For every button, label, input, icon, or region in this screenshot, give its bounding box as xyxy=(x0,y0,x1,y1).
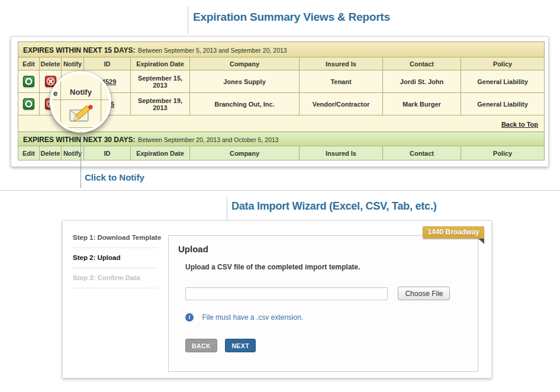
column-header-row-30: Edit Delete Notify ID Expiration Date Co… xyxy=(18,146,545,160)
magnified-row-border xyxy=(52,99,109,100)
title-connector-line xyxy=(188,6,188,34)
wizard-step-3-confirm-data: Step 3: Confirm Data xyxy=(72,268,158,288)
cell-company: Jones Supply xyxy=(190,70,300,93)
column-header-notify: Notify xyxy=(62,57,84,70)
badge-ribbon-fold xyxy=(478,239,484,244)
back-to-top-link[interactable]: Back to Top xyxy=(501,121,538,128)
upload-panel: Upload Upload a CSV file of the complete… xyxy=(168,235,478,372)
column-header-company: Company xyxy=(190,57,300,70)
cell-company: Branching Out, Inc. xyxy=(190,93,300,115)
section-divider xyxy=(0,190,560,191)
info-icon: i xyxy=(185,313,194,322)
wizard-step-1-download-template[interactable]: Step 1: Download Template xyxy=(72,228,158,248)
cell-policy: General Liability xyxy=(461,93,545,115)
import-wizard-card: Step 1: Download Template Step 2: Upload… xyxy=(62,220,492,378)
csv-extension-note: File must have a .csv extension. xyxy=(202,313,303,322)
column-header-expiration-date: Expiration Date xyxy=(131,57,190,70)
edit-icon[interactable] xyxy=(23,76,34,87)
magnified-cell-border xyxy=(101,73,101,130)
next-button[interactable]: NEXT xyxy=(225,339,256,352)
file-path-input[interactable] xyxy=(185,287,388,300)
edit-icon[interactable] xyxy=(23,98,34,110)
section-30-subtitle: Between September 20, 2013 and October 5… xyxy=(138,136,279,143)
cell-expiration-date: September 15, 2013 xyxy=(131,70,190,93)
section-15-band: EXPIRES WITHIN NEXT 15 DAYS: Between Sep… xyxy=(18,42,545,57)
section-title-import-wizard: Data Import Wizard (Excel, CSV, Tab, etc… xyxy=(231,200,437,213)
choose-file-button[interactable]: Choose File xyxy=(398,287,450,300)
cell-policy: General Liability xyxy=(461,70,545,93)
badge-1440-broadway: 1440 Broadway xyxy=(423,226,484,239)
wizard-steps: Step 1: Download Template Step 2: Upload… xyxy=(72,228,158,288)
title-connector-line xyxy=(227,197,227,221)
column-header-insured-is: Insured Is xyxy=(300,146,383,160)
notify-connector-line xyxy=(81,131,81,188)
column-header-id: ID xyxy=(84,146,131,160)
column-header-delete: Delete xyxy=(40,146,62,160)
column-header-edit: Edit xyxy=(18,146,40,160)
cell-expiration-date: September 19, 2013 xyxy=(131,93,190,115)
notify-envelope-icon[interactable] xyxy=(69,104,93,125)
magnified-cell-border xyxy=(60,73,61,130)
cell-contact: Jordi St. John xyxy=(383,70,461,93)
back-button[interactable]: BACK xyxy=(185,339,217,352)
column-header-row-15: Edit Delete Notify ID Expiration Date Co… xyxy=(18,57,545,70)
column-header-id: ID xyxy=(84,57,131,70)
column-header-delete: Delete xyxy=(40,57,62,70)
upload-instruction: Upload a CSV file of the completed impor… xyxy=(185,263,360,271)
column-header-policy: Policy xyxy=(461,57,545,70)
panel-heading: Upload xyxy=(178,244,208,254)
section-30-title: EXPIRES WITHIN NEXT 30 DAYS: xyxy=(23,136,136,144)
magnifier-circle: e Notify xyxy=(50,71,111,133)
section-15-subtitle: Between September 5, 2013 and September … xyxy=(138,47,287,54)
wizard-step-2-upload[interactable]: Step 2: Upload xyxy=(72,248,158,268)
column-header-contact: Contact xyxy=(383,57,461,70)
column-header-company: Company xyxy=(190,146,300,160)
cell-insured-is: Vendor/Contractor xyxy=(300,93,383,115)
cell-contact: Mark Burger xyxy=(383,93,461,115)
column-header-edit: Edit xyxy=(18,57,40,70)
page: Expiration Summary Views & Reports EXPIR… xyxy=(0,0,560,392)
section-title-expiration: Expiration Summary Views & Reports xyxy=(193,11,390,24)
column-header-expiration-date: Expiration Date xyxy=(131,146,190,160)
cell-insured-is: Tenant xyxy=(300,70,383,93)
section-30-band: EXPIRES WITHIN NEXT 30 DAYS: Between Sep… xyxy=(18,132,545,146)
click-to-notify-caption: Click to Notify xyxy=(85,172,144,182)
magnified-partial-text: e xyxy=(53,89,57,98)
magnified-notify-header: Notify xyxy=(61,88,101,97)
column-header-contact: Contact xyxy=(383,146,461,160)
column-header-policy: Policy xyxy=(461,146,545,160)
section-15-title: EXPIRES WITHIN NEXT 15 DAYS: xyxy=(23,46,136,54)
column-header-insured-is: Insured Is xyxy=(300,57,383,70)
